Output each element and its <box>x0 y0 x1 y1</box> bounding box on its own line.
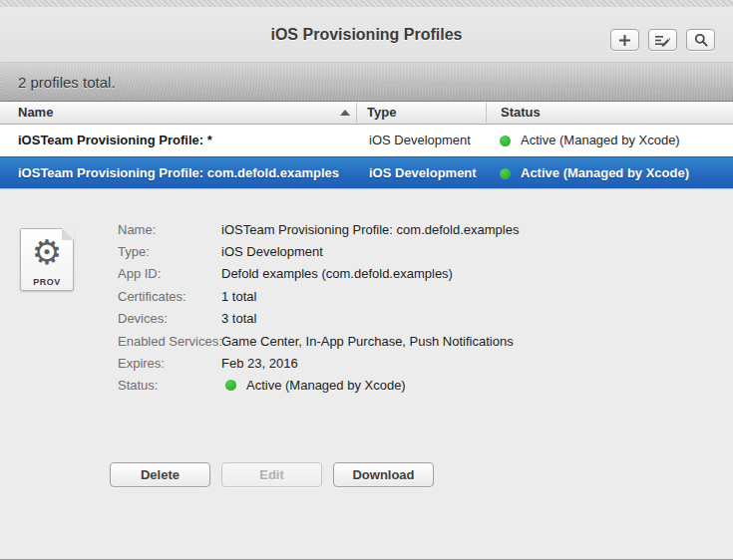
delete-button[interactable]: Delete <box>110 462 210 487</box>
column-header-status[interactable]: Status <box>501 102 541 124</box>
field-label: Expires: <box>118 356 221 371</box>
action-buttons: Delete Edit Download <box>110 462 434 487</box>
provisioning-profile-file-icon: ⚙ PROV <box>20 228 74 291</box>
field-value: 1 total <box>221 289 256 304</box>
table-row-profile-wildcard[interactable]: iOSTeam Provisioning Profile: * iOS Deve… <box>0 125 733 156</box>
plus-icon <box>618 34 631 47</box>
field-label: Devices: <box>118 311 221 326</box>
search-icon <box>694 33 708 47</box>
field-value: Feb 23, 2016 <box>221 356 298 371</box>
field-value: iOS Development <box>221 244 323 259</box>
table-row-profile-defold-selected[interactable]: iOSTeam Provisioning Profile: com.defold… <box>0 156 733 188</box>
column-divider <box>486 103 487 123</box>
column-header-name[interactable]: Name <box>18 102 53 124</box>
prov-file-label: PROV <box>21 277 73 287</box>
field-expires: Expires: Feb 23, 2016 <box>118 352 519 374</box>
field-label: Status: <box>118 378 221 393</box>
edit-button[interactable]: Edit <box>221 462 322 487</box>
field-label: Name: <box>118 222 221 237</box>
field-app-id: App ID: Defold examples (com.defold.exam… <box>118 263 519 285</box>
field-enabled-services: Enabled Services: Game Center, In-App Pu… <box>118 330 519 352</box>
window-top-texture <box>0 0 733 7</box>
profile-type: iOS Development <box>369 157 477 189</box>
field-value: 3 total <box>221 311 256 326</box>
field-value: Active (Managed by Xcode) <box>246 378 406 393</box>
field-status: Status: Active (Managed by Xcode) <box>118 375 519 397</box>
column-header-type[interactable]: Type <box>367 102 396 124</box>
status-active-dot <box>500 136 511 146</box>
field-value: Defold examples (com.defold.examples) <box>221 266 453 281</box>
download-button[interactable]: Download <box>333 462 434 487</box>
table-header: Name Type Status <box>0 101 733 125</box>
profile-status: Active (Managed by Xcode) <box>521 157 689 189</box>
field-label: App ID: <box>118 266 221 281</box>
profiles-count-text: 2 profiles total. <box>18 74 116 91</box>
edit-profiles-button[interactable] <box>648 29 677 51</box>
detail-fields: Name: iOSTeam Provisioning Profile: com.… <box>118 218 519 397</box>
field-label: Certificates: <box>118 289 221 304</box>
summary-bar: 2 profiles total. <box>0 62 733 101</box>
field-devices: Devices: 3 total <box>118 308 519 330</box>
add-profile-button[interactable] <box>610 29 639 51</box>
status-active-dot <box>225 380 236 391</box>
field-name: Name: iOSTeam Provisioning Profile: com.… <box>118 218 519 240</box>
profile-name: iOSTeam Provisioning Profile: * <box>18 125 212 156</box>
profile-type: iOS Development <box>369 125 471 156</box>
field-value: iOSTeam Provisioning Profile: com.defold… <box>221 222 519 237</box>
field-label: Type: <box>118 244 221 259</box>
profile-name: iOSTeam Provisioning Profile: com.defold… <box>18 157 339 189</box>
field-type: Type: iOS Development <box>118 240 519 262</box>
field-label: Enabled Services: <box>118 334 221 349</box>
compose-icon <box>655 34 670 47</box>
status-active-dot <box>500 168 511 179</box>
search-button[interactable] <box>686 29 715 51</box>
column-divider <box>356 103 357 123</box>
gear-icon: ⚙ <box>21 232 73 272</box>
titlebar: iOS Provisioning Profiles <box>0 7 733 62</box>
sort-ascending-icon <box>340 110 350 116</box>
profile-status: Active (Managed by Xcode) <box>521 125 680 156</box>
field-value: Game Center, In-App Purchase, Push Notif… <box>221 334 514 349</box>
field-certificates: Certificates: 1 total <box>118 285 519 307</box>
detail-pane: ⚙ PROV Name: iOSTeam Provisioning Profil… <box>0 188 733 560</box>
provisioning-profiles-window: iOS Provisioning Profiles <box>0 0 733 560</box>
